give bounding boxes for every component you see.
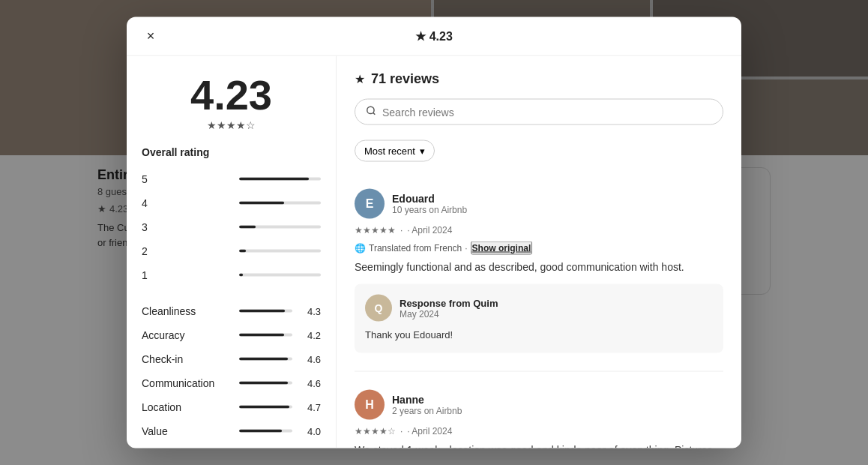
value-bar-wrap — [239, 430, 292, 433]
globe-icon: 🌐 — [355, 243, 366, 254]
reviews-panel: ★ 71 reviews Most recent ▾ E — [337, 56, 741, 448]
sort-label: Most recent — [364, 146, 415, 157]
communication-bar-wrap — [239, 382, 292, 385]
reviewer-row-hanne: H Hanne 2 years on Airbnb — [355, 389, 723, 419]
close-icon: × — [147, 28, 155, 44]
overall-score-section: 4.23 ★★★★☆ — [142, 74, 321, 131]
search-bar[interactable] — [355, 99, 723, 125]
accuracy-bar-wrap — [239, 334, 292, 337]
star-icon-header: ★ — [355, 72, 365, 86]
dot-separator-hanne: · — [400, 425, 403, 436]
category-location: Location 4.7 — [142, 395, 321, 419]
search-input[interactable] — [382, 106, 712, 118]
reviewer-row-edouard: E Edouard 10 years on Airbnb — [355, 189, 723, 219]
checkin-bar — [239, 358, 288, 361]
category-cleanliness: Cleanliness 4.3 — [142, 299, 321, 323]
review-meta-hanne: ★★★★☆ · · April 2024 — [355, 425, 723, 436]
cleanliness-bar-wrap — [239, 310, 292, 313]
bar-wrap-4 — [239, 202, 321, 205]
cleanliness-bar — [239, 310, 285, 313]
reviews-modal: × ★ 4.23 4.23 ★★★★☆ Overall rating 5 — [127, 17, 741, 448]
review-text-edouard: Seemingly functional and as described, g… — [355, 260, 723, 275]
overall-stars: ★★★★☆ — [142, 119, 321, 131]
star-bar-1: 1 — [142, 263, 321, 287]
category-ratings: Cleanliness 4.3 Accuracy 4.2 Check-in — [142, 299, 321, 443]
modal-body: 4.23 ★★★★☆ Overall rating 5 4 — [127, 56, 741, 448]
category-accuracy: Accuracy 4.2 — [142, 323, 321, 347]
bar-wrap-1 — [239, 274, 321, 277]
show-original-button-edouard[interactable]: Show original — [471, 242, 533, 255]
communication-label: Communication — [142, 377, 232, 389]
response-header-edouard: Q Response from Quim May 2024 — [365, 295, 713, 322]
dot-separator: · — [400, 225, 403, 236]
bar-fill-3 — [239, 226, 256, 229]
search-icon — [366, 106, 376, 118]
sort-row: Most recent ▾ — [355, 140, 723, 177]
modal-header: × ★ 4.23 — [127, 17, 741, 56]
category-checkin: Check-in 4.6 — [142, 347, 321, 371]
response-date-edouard: May 2024 — [400, 308, 498, 319]
review-date-edouard: · April 2024 — [407, 225, 452, 236]
response-card-edouard: Q Response from Quim May 2024 Thank you … — [355, 284, 723, 353]
ratings-panel: 4.23 ★★★★☆ Overall rating 5 4 — [127, 56, 337, 448]
response-name-edouard: Response from Quim — [400, 297, 498, 308]
star-label-4: 4 — [142, 197, 232, 209]
close-button[interactable]: × — [139, 24, 163, 48]
reviewer-info-hanne: Hanne 2 years on Airbnb — [392, 393, 723, 416]
star-label-1: 1 — [142, 269, 232, 281]
bar-wrap-3 — [239, 226, 321, 229]
star-bar-4: 4 — [142, 191, 321, 215]
svg-line-1 — [373, 112, 376, 115]
location-bar — [239, 406, 289, 409]
review-stars-edouard: ★★★★★ — [355, 225, 396, 236]
checkin-value: 4.6 — [300, 353, 321, 364]
modal-title: ★ 4.23 — [415, 29, 453, 44]
translated-label-edouard: Translated from French — [369, 243, 462, 254]
review-stars-hanne: ★★★★☆ — [355, 425, 396, 436]
bar-wrap-5 — [239, 178, 321, 181]
bar-wrap-2 — [239, 250, 321, 253]
review-card-hanne: H Hanne 2 years on Airbnb ★★★★☆ · · Apri… — [355, 389, 723, 448]
review-meta-edouard: ★★★★★ · · April 2024 — [355, 225, 723, 236]
category-value: Value 4.0 — [142, 419, 321, 443]
location-bar-wrap — [239, 406, 292, 409]
reviews-header: ★ 71 reviews — [355, 71, 723, 87]
avatar-edouard: E — [355, 189, 385, 219]
response-text-edouard: Thank you Edouard! — [365, 328, 713, 343]
translated-badge-edouard: 🌐 Translated from French · Show original — [355, 242, 723, 255]
communication-value: 4.6 — [300, 377, 321, 388]
sort-button[interactable]: Most recent ▾ — [355, 140, 435, 162]
reviewer-name-edouard: Edouard — [392, 193, 723, 205]
reviewer-years-hanne: 2 years on Airbnb — [392, 405, 723, 416]
cleanliness-label: Cleanliness — [142, 305, 232, 317]
category-communication: Communication 4.6 — [142, 371, 321, 395]
review-date-hanne: · April 2024 — [407, 425, 452, 436]
checkin-label: Check-in — [142, 353, 232, 365]
accuracy-label: Accuracy — [142, 329, 232, 341]
big-score: 4.23 — [142, 74, 321, 116]
review-text-hanne: We stayed 1 week - location was good and… — [355, 442, 723, 448]
accuracy-bar — [239, 334, 284, 337]
star-bar-5: 5 — [142, 167, 321, 191]
avatar-hanne: H — [355, 389, 385, 419]
bar-fill-2 — [239, 250, 246, 253]
location-value: 4.7 — [300, 401, 321, 412]
cleanliness-value: 4.3 — [300, 305, 321, 316]
checkin-bar-wrap — [239, 358, 292, 361]
value-bar — [239, 430, 282, 433]
chevron-down-icon: ▾ — [420, 146, 425, 157]
value-value: 4.0 — [300, 425, 321, 436]
star-label-5: 5 — [142, 173, 232, 185]
reviewer-name-hanne: Hanne — [392, 393, 723, 405]
location-label: Location — [142, 401, 232, 413]
star-label-3: 3 — [142, 221, 232, 233]
star-bar-3: 3 — [142, 215, 321, 239]
communication-bar — [239, 382, 288, 385]
response-info-edouard: Response from Quim May 2024 — [400, 297, 498, 319]
star-label-2: 2 — [142, 245, 232, 257]
value-label: Value — [142, 425, 232, 437]
star-bar-2: 2 — [142, 239, 321, 263]
star-rating-bars: 5 4 3 2 — [142, 167, 321, 287]
star-icon: ★ — [415, 30, 426, 43]
bar-fill-5 — [239, 178, 309, 181]
